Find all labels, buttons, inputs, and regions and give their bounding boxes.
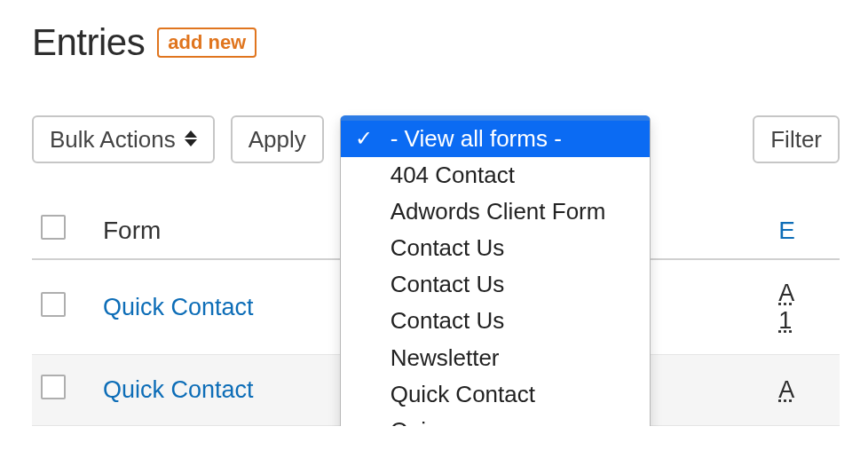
form-filter-option[interactable]: Newsletter [341, 340, 650, 376]
form-filter-option[interactable]: Quiz [341, 413, 650, 426]
add-new-button[interactable]: add new [157, 28, 256, 58]
bulk-actions-select[interactable]: Bulk Actions [32, 115, 215, 163]
filter-label: Filter [770, 126, 822, 154]
form-filter-option[interactable]: Contact Us [341, 266, 650, 303]
extra-cell: A [769, 355, 840, 426]
form-filter-option[interactable]: Contact Us [341, 303, 650, 339]
form-filter-dropdown[interactable]: - View all forms -404 ContactAdwords Cli… [340, 115, 651, 163]
column-header-extra[interactable]: E [769, 202, 840, 259]
select-caret-icon [185, 130, 197, 148]
select-all-header[interactable] [32, 202, 94, 259]
form-filter-option[interactable]: Contact Us [341, 230, 650, 266]
page-title: Entries [32, 21, 145, 64]
row-checkbox[interactable] [41, 375, 66, 399]
page-header: Entries add new [32, 21, 840, 64]
form-filter-option[interactable]: Quick Contact [341, 376, 650, 413]
select-all-checkbox[interactable] [41, 215, 66, 240]
apply-button[interactable]: Apply [231, 115, 324, 163]
toolbar: Bulk Actions Apply - View all forms -404… [32, 115, 840, 163]
entry-form-link[interactable]: Quick Contact [103, 294, 254, 320]
apply-label: Apply [249, 126, 306, 154]
extra-cell: A1 [769, 259, 840, 355]
bulk-actions-label: Bulk Actions [50, 126, 176, 154]
filter-button[interactable]: Filter [753, 115, 840, 163]
row-checkbox[interactable] [41, 292, 66, 317]
form-filter-option[interactable]: Adwords Client Form [341, 193, 650, 230]
form-filter-menu: - View all forms -404 ContactAdwords Cli… [340, 115, 651, 426]
form-filter-option[interactable]: - View all forms - [341, 121, 650, 157]
entry-form-link[interactable]: Quick Contact [103, 376, 254, 403]
form-filter-option[interactable]: 404 Contact [341, 157, 650, 193]
